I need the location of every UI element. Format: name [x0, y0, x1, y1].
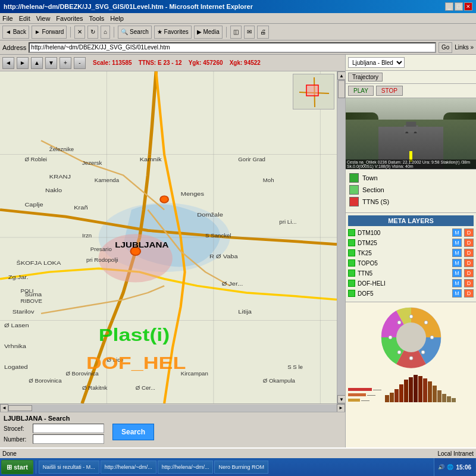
bar-12 — [437, 390, 441, 402]
layer-d-btn-dof-heli[interactable]: D — [464, 279, 474, 287]
layer-d-btn-tk25[interactable]: D — [464, 249, 474, 257]
xgk-value: 94522 — [244, 60, 261, 66]
layer-m-btn-dtm100[interactable]: M — [452, 228, 462, 237]
svg-text:Plast(i): Plast(i) — [99, 325, 170, 345]
map-view[interactable]: LJUBLJANA Caplje Naklo Krañ Zg.Jar. Šuma… — [0, 71, 337, 403]
close-button[interactable]: ✕ — [464, 2, 472, 11]
bar-7 — [414, 375, 418, 402]
nav-btn-zoom-out[interactable]: - — [74, 57, 86, 69]
nav-btn-right[interactable]: ► — [17, 57, 29, 69]
svg-text:LJUBLJANA: LJUBLJANA — [115, 241, 168, 250]
media-button[interactable]: ▶ Media — [194, 26, 223, 39]
scroll-up-button[interactable]: ▲ — [337, 71, 345, 80]
map-toolbar: ◄ ► ▲ ▼ + - Scale: 113585 TTNS: E 23 - 1… — [0, 55, 345, 71]
tray-icon-1: 🔊 — [438, 464, 444, 470]
history-button[interactable]: ◫ — [230, 26, 242, 39]
menu-tools[interactable]: Tools — [89, 15, 105, 22]
stop-button[interactable]: ✕ — [74, 26, 85, 39]
taskbar-item-1[interactable]: Naišli si rezultati - M... — [39, 461, 99, 474]
layer-row-ttn5: TTN5 M D — [348, 269, 474, 277]
search-button[interactable]: Search — [112, 424, 154, 440]
svg-point-65 — [389, 336, 392, 339]
scroll-right-button[interactable]: ► — [337, 404, 345, 412]
links-button[interactable]: Links » — [455, 44, 474, 51]
svg-point-10 — [160, 196, 168, 203]
layer-row-dtm100: DTM100 M D — [348, 228, 474, 237]
print-button[interactable]: 🖨 — [257, 26, 269, 39]
layer-d-btn-dtm100[interactable]: D — [464, 228, 474, 237]
maximize-button[interactable]: □ — [455, 2, 463, 11]
search-title: LJUBLJANA - Search — [4, 415, 342, 422]
legend-label-section: Section — [362, 186, 384, 193]
start-button[interactable]: ⊞ start — [1, 460, 33, 474]
layer-m-btn-ttn5[interactable]: M — [452, 269, 462, 277]
forward-button[interactable]: ► Forward — [32, 26, 67, 39]
h-scroll-thumb[interactable] — [8, 405, 32, 411]
mini-map-svg — [293, 74, 334, 109]
nav-btn-left[interactable]: ◄ — [2, 57, 14, 69]
play-button[interactable]: PLAY — [348, 86, 374, 96]
refresh-button[interactable]: ↻ — [87, 26, 98, 39]
layer-m-btn-dof-heli[interactable]: M — [452, 279, 462, 287]
taskbar-item-2[interactable]: http://helena/~dm/... — [101, 461, 156, 474]
menu-edit[interactable]: Edit — [19, 15, 30, 22]
layer-d-btn-dof5[interactable]: D — [464, 289, 474, 298]
layer-d-btn-dtm25[interactable]: D — [464, 239, 474, 247]
map-container: ◄ ► ▲ ▼ + - Scale: 113585 TTNS: E 23 - 1… — [0, 55, 345, 447]
scroll-track[interactable] — [337, 80, 345, 395]
map-vertical-scrollbar: ▲ ▼ — [337, 71, 345, 403]
back-button[interactable]: ◄ Back — [2, 26, 29, 39]
circular-chart — [348, 305, 474, 370]
layer-m-btn-dof5[interactable]: M — [452, 289, 462, 298]
route-dropdown[interactable]: Ljubljana - Bled — [348, 57, 405, 68]
layer-m-btn-dtm25[interactable]: M — [452, 239, 462, 247]
svg-text:R Ø Vaba: R Ø Vaba — [209, 253, 238, 259]
menu-view[interactable]: View — [36, 15, 51, 22]
tray-time: 15:06 — [456, 464, 471, 471]
search-button-toolbar[interactable]: 🔍 Search — [118, 26, 151, 39]
svg-text:Ø Jer...: Ø Jer... — [222, 281, 243, 287]
legend-bar-label-2: —— — [367, 393, 375, 397]
taskbar-item-4[interactable]: Nero Burning ROM — [214, 461, 268, 474]
menu-help[interactable]: Help — [110, 15, 124, 22]
layer-d-btn-topo5[interactable]: D — [464, 259, 474, 267]
legend-bar-label-1: —— — [373, 387, 381, 392]
stop-button[interactable]: STOP — [376, 86, 403, 96]
favorites-button[interactable]: ★ Favorites — [154, 26, 192, 39]
mail-button[interactable]: ✉ — [244, 26, 255, 39]
separator-3 — [226, 27, 227, 37]
ygk-label: Ygk: — [189, 60, 203, 66]
scroll-down-button[interactable]: ▼ — [337, 395, 345, 403]
svg-text:Železnike: Železnike — [49, 146, 74, 152]
street-input[interactable] — [33, 424, 104, 433]
scroll-thumb[interactable] — [338, 80, 345, 98]
status-intranet: Local Intranet — [437, 450, 474, 457]
menu-favorites[interactable]: Favorites — [56, 15, 83, 22]
scroll-left-button[interactable]: ◄ — [0, 404, 8, 412]
video-caption: Cesta na_Otilek 0236 Datum: 22.1.2002 Ur… — [346, 159, 476, 169]
legend-label-town: Town — [362, 174, 378, 181]
go-button[interactable]: Go — [439, 42, 452, 53]
nav-btn-up[interactable]: ▲ — [31, 57, 43, 69]
number-input[interactable] — [33, 434, 104, 444]
trajectory-button[interactable]: Trajectory — [348, 73, 383, 82]
layer-indicator-dof5 — [348, 290, 355, 297]
taskbar-item-3[interactable]: http://helena/~dm/... — [158, 461, 214, 474]
nav-btn-down[interactable]: ▼ — [45, 57, 57, 69]
taskbar: ⊞ start Naišli si rezultati - M... http:… — [0, 458, 476, 476]
svg-text:Ø Lasen: Ø Lasen — [4, 322, 29, 328]
layer-m-btn-tk25[interactable]: M — [452, 249, 462, 257]
svg-point-64 — [397, 350, 401, 354]
svg-text:KRANJ: KRANJ — [49, 174, 71, 180]
h-scroll-track[interactable] — [8, 405, 337, 412]
minimize-button[interactable]: _ — [445, 2, 453, 11]
svg-text:Ø Roblei: Ø Roblei — [24, 157, 47, 162]
layer-m-btn-topo5[interactable]: M — [452, 259, 462, 267]
svg-text:Ø Cer...: Ø Cer... — [136, 385, 155, 390]
layer-d-btn-ttn5[interactable]: D — [464, 269, 474, 277]
home-button[interactable]: ⌂ — [101, 26, 110, 39]
nav-btn-zoom-in[interactable]: + — [60, 57, 71, 69]
layer-indicator-dof-heli — [348, 280, 355, 287]
address-input[interactable] — [29, 42, 436, 53]
menu-file[interactable]: File — [2, 15, 13, 22]
